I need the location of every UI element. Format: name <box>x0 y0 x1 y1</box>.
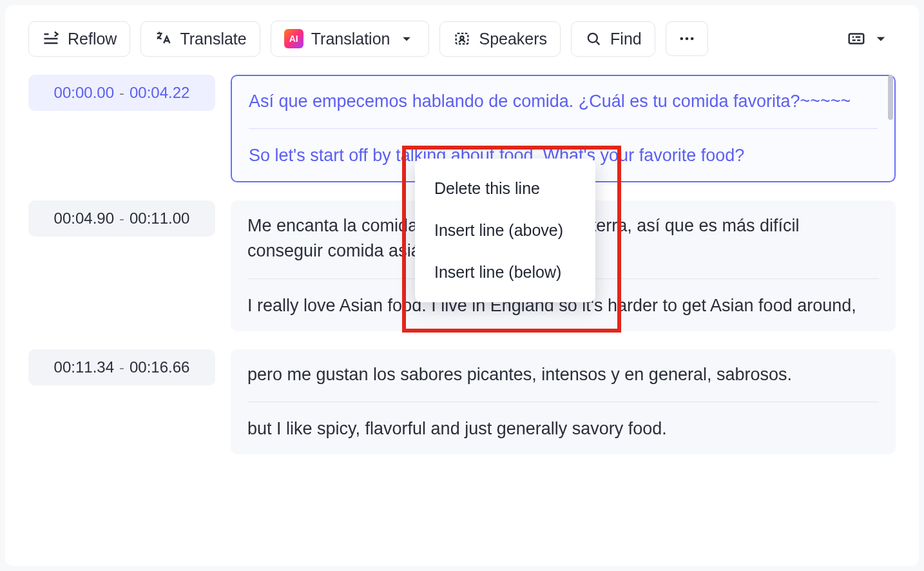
more-button[interactable] <box>666 21 708 56</box>
timestamp-start: 00:00.00 <box>54 84 114 102</box>
menu-item-insert-below[interactable]: Insert line (below) <box>415 251 595 293</box>
segment-row: 00:11.34 - 00:16.66 pero me gustan los s… <box>28 349 896 454</box>
chevron-down-icon <box>871 29 890 48</box>
svg-point-5 <box>691 37 694 41</box>
timestamp-chip[interactable]: 00:04.90 - 00:11.00 <box>28 200 215 237</box>
svg-point-4 <box>685 37 688 41</box>
timestamp-start: 00:11.34 <box>54 358 114 376</box>
translation-dropdown-button[interactable]: AI Translation <box>271 21 430 57</box>
menu-item-insert-above[interactable]: Insert line (above) <box>415 209 595 251</box>
subtitle-view-icon <box>847 29 866 48</box>
timestamp-chip[interactable]: 00:11.34 - 00:16.66 <box>28 349 215 385</box>
search-icon <box>584 30 602 48</box>
translate-button[interactable]: Translate <box>140 21 260 57</box>
ai-icon: AI <box>284 29 303 48</box>
speakers-label: Speakers <box>479 30 547 48</box>
svg-point-2 <box>588 34 597 43</box>
svg-point-3 <box>680 37 683 41</box>
timestamp-dash: - <box>119 209 124 227</box>
speakers-icon <box>453 30 471 48</box>
editor-panel: Reflow Translate AI Translation Speakers… <box>5 5 919 566</box>
reflow-button[interactable]: Reflow <box>28 21 130 57</box>
segment-source[interactable]: Así que empecemos hablando de comida. ¿C… <box>249 89 878 114</box>
timestamp-end: 00:11.00 <box>130 209 189 227</box>
more-icon <box>678 30 696 48</box>
timestamp-end: 00:04.22 <box>130 84 189 102</box>
timestamp-chip[interactable]: 00:00.00 - 00:04.22 <box>28 75 215 111</box>
segment-source[interactable]: pero me gustan los sabores picantes, int… <box>247 362 879 387</box>
find-label: Find <box>610 30 642 48</box>
segment-divider <box>249 128 878 129</box>
reflow-icon <box>42 30 60 48</box>
translate-label: Translate <box>180 30 246 48</box>
translation-label: Translation <box>311 30 390 48</box>
menu-item-delete-line[interactable]: Delete this line <box>415 168 595 209</box>
svg-rect-6 <box>849 34 864 44</box>
segment-text[interactable]: pero me gustan los sabores picantes, int… <box>231 349 896 454</box>
reflow-label: Reflow <box>68 30 117 48</box>
timestamp-dash: - <box>119 358 124 376</box>
speakers-button[interactable]: Speakers <box>439 21 561 57</box>
segment-target[interactable]: but I like spicy, flavorful and just gen… <box>247 416 879 441</box>
timestamp-start: 00:04.90 <box>54 209 114 227</box>
translate-icon <box>154 30 172 48</box>
svg-rect-0 <box>456 34 468 44</box>
segment-list: 00:00.00 - 00:04.22 Así que empecemos ha… <box>28 75 896 454</box>
view-mode-dropdown[interactable] <box>842 24 896 53</box>
segment-divider <box>247 402 879 402</box>
timestamp-end: 00:16.66 <box>130 358 189 376</box>
svg-point-1 <box>461 36 464 39</box>
scrollbar-thumb[interactable] <box>888 75 893 120</box>
find-button[interactable]: Find <box>571 21 655 57</box>
context-menu: Delete this line Insert line (above) Ins… <box>415 159 595 302</box>
chevron-down-icon <box>398 30 416 48</box>
toolbar: Reflow Translate AI Translation Speakers… <box>28 21 896 57</box>
timestamp-dash: - <box>119 84 124 102</box>
